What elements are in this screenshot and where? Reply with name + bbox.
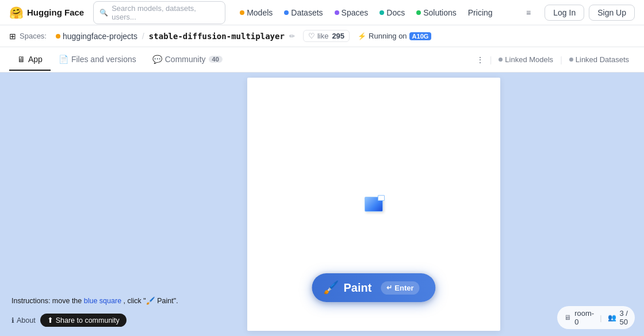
community-tab-label: Community [165, 55, 206, 64]
paint-button[interactable]: 🖌️ Paint ↵ Enter [312, 273, 435, 302]
datasets-dot [284, 10, 289, 15]
enter-badge: ↵ Enter [381, 281, 419, 295]
about-label: About [17, 316, 36, 324]
like-label: like [317, 32, 329, 40]
like-heart-icon: ♡ [308, 32, 315, 40]
files-tab-label: Files and versions [71, 55, 136, 64]
room-icon: 🖥 [564, 314, 571, 322]
paint-button-label: Paint [343, 281, 371, 295]
nav-models[interactable]: Models [235, 6, 278, 20]
community-badge: 40 [209, 56, 223, 63]
nav-datasets[interactable]: Datasets [279, 6, 328, 20]
nav-links: Models Datasets Spaces Docs Solutions Pr… [235, 6, 497, 20]
nav-spaces[interactable]: Spaces [329, 6, 374, 20]
space-header: ⊞ Spaces: huggingface-projects / stable-… [0, 25, 644, 47]
running-text: Running on [369, 32, 407, 40]
tab-linked-sep1: | [490, 55, 492, 64]
paint-brush-icon: 🖌️ [323, 280, 339, 295]
tab-app[interactable]: 🖥 App [9, 49, 51, 71]
logo-emoji: 🤗 [9, 6, 24, 20]
linked-models-dot [499, 58, 503, 62]
owner-name: huggingface-projects [63, 32, 137, 41]
info-icon: ℹ [12, 316, 14, 324]
canvas-area: 🖌️ Paint ↵ Enter [195, 72, 552, 336]
bottom-buttons: ℹ About ⬆ Share to community [12, 314, 184, 327]
files-tab-icon: 📄 [59, 55, 68, 64]
app-tab-label: App [28, 55, 43, 64]
instructions-text: Instructions: move the blue square , cli… [12, 296, 184, 307]
left-panel: Instructions: move the blue square , cli… [0, 72, 195, 336]
nav-models-label: Models [247, 8, 273, 17]
nav-auth: Log In Sign Up [545, 5, 635, 21]
nav-pricing[interactable]: Pricing [463, 6, 498, 20]
extra-menu-icon: ≡ [526, 8, 531, 17]
instructions-suffix: , click "🖌️ Paint". [124, 297, 178, 305]
linked-datasets-dot [569, 58, 573, 62]
space-name: stable-diffusion-multiplayer [149, 32, 285, 41]
name-sep: / [142, 32, 144, 41]
nav-pricing-label: Pricing [468, 8, 493, 17]
nav-solutions-label: Solutions [423, 8, 457, 17]
share-icon: ⬆ [47, 316, 53, 324]
nav-solutions[interactable]: Solutions [411, 6, 462, 20]
space-owner[interactable]: huggingface-projects [56, 32, 137, 41]
linked-datasets-tab[interactable]: Linked Datasets [564, 53, 635, 66]
enter-icon: ↵ [386, 284, 392, 292]
like-button[interactable]: ♡ like 295 [303, 30, 350, 42]
linked-models-tab[interactable]: Linked Models [493, 53, 559, 66]
users-count: 3 / 50 [620, 309, 628, 326]
share-to-community-button[interactable]: ⬆ Share to community [40, 314, 126, 327]
search-bar[interactable]: 🔍 Search models, datasets, users... [93, 1, 225, 24]
docs-dot [379, 10, 384, 15]
users-icon: 👥 [608, 314, 616, 322]
owner-avatar [56, 34, 60, 39]
models-dot [240, 10, 244, 15]
running-badge: ⚡ Running on A10G [358, 32, 431, 40]
tabs-bar: 🖥 App 📄 Files and versions 💬 Community 4… [0, 47, 644, 72]
room-badge: 🖥 room-0 | 👥 3 / 50 [557, 306, 635, 329]
login-button[interactable]: Log In [545, 5, 584, 21]
tabs-overflow-menu[interactable]: ⋮ [471, 52, 489, 68]
space-type-icon: ⊞ [9, 32, 16, 41]
linked-models-label: Linked Models [505, 55, 553, 64]
overflow-icon: ⋮ [476, 55, 484, 64]
blue-square-ref: blue square [84, 297, 121, 305]
instructions-prefix: Instructions: move the [12, 297, 82, 305]
tab-community[interactable]: 💬 Community 40 [144, 49, 231, 71]
blue-square[interactable] [365, 197, 383, 212]
room-name: room-0 [574, 309, 594, 326]
blue-square-container[interactable] [365, 197, 383, 212]
nav-docs[interactable]: Docs [374, 6, 410, 20]
tab-linked-sep2: | [560, 55, 562, 64]
nav-extra-menu[interactable]: ≡ [522, 6, 535, 20]
search-icon: 🔍 [99, 9, 108, 17]
main-content: Instructions: move the blue square , cli… [0, 72, 644, 336]
spaces-label: Spaces: [20, 32, 47, 40]
linked-datasets-label: Linked Datasets [576, 55, 629, 64]
edit-icon[interactable]: ✏ [289, 32, 295, 40]
nav-datasets-label: Datasets [291, 8, 323, 17]
spaces-dot [335, 10, 339, 15]
logo-text: Hugging Face [27, 7, 84, 17]
app-window: 🖌️ Paint ↵ Enter [247, 78, 500, 331]
paint-button-container: 🖌️ Paint ↵ Enter [312, 273, 435, 302]
right-panel: 🖥 room-0 | 👥 3 / 50 [552, 72, 644, 336]
running-dot: ⚡ [358, 32, 366, 40]
like-count: 295 [332, 32, 344, 40]
search-placeholder: Search models, datasets, users... [112, 4, 219, 21]
site-logo[interactable]: 🤗 Hugging Face [9, 6, 84, 20]
hw-badge: A10G [409, 32, 432, 40]
solutions-dot [416, 10, 421, 15]
signup-button[interactable]: Sign Up [589, 5, 635, 21]
room-sep: | [600, 314, 601, 322]
tab-files[interactable]: 📄 Files and versions [51, 49, 144, 71]
nav-spaces-label: Spaces [342, 8, 369, 17]
navbar: 🤗 Hugging Face 🔍 Search models, datasets… [0, 0, 644, 25]
about-button[interactable]: ℹ About [12, 316, 36, 324]
app-tab-icon: 🖥 [17, 55, 25, 64]
nav-docs-label: Docs [386, 8, 405, 17]
share-label: Share to community [56, 316, 120, 324]
enter-label: Enter [394, 284, 413, 292]
community-tab-icon: 💬 [152, 55, 162, 64]
